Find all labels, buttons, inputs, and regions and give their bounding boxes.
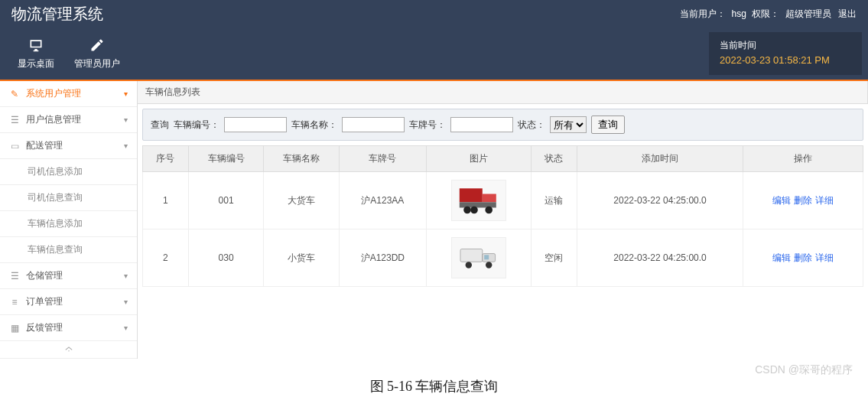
chevron-down-icon: ▾ — [124, 89, 128, 98]
panel-title: 车辆信息列表 — [138, 81, 868, 104]
th-actions: 操作 — [743, 146, 863, 172]
edit-link[interactable]: 编辑 — [772, 195, 791, 206]
svg-point-6 — [485, 206, 493, 213]
time-panel: 当前时间 2022-03-23 01:58:21 PM — [709, 32, 862, 75]
figure-caption: 图 5-16 车辆信息查询 — [0, 359, 868, 397]
th-image: 图片 — [426, 146, 531, 172]
show-desktop-button[interactable]: 显示桌面 — [6, 33, 66, 74]
sidebar-item-warehouse[interactable]: ☰仓储管理 ▾ — [0, 263, 137, 289]
content-area: 车辆信息列表 查询 车辆编号： 车辆名称： 车牌号： 状态： 所有 查询 序号 … — [138, 81, 868, 359]
chevron-down-icon: ▾ — [124, 272, 128, 280]
list-icon: ≡ — [9, 297, 20, 308]
th-name: 车辆名称 — [264, 146, 340, 172]
svg-point-10 — [465, 262, 471, 268]
current-user-value: hsg — [732, 8, 746, 19]
sidebar-sub-driver-add[interactable]: 司机信息添加 — [0, 159, 137, 185]
status-label: 状态： — [518, 119, 545, 132]
vehicle-table: 序号 车辆编号 车辆名称 车牌号 图片 状态 添加时间 操作 1001大货车沪A… — [142, 145, 863, 287]
sidebar-item-system-user[interactable]: ✎系统用户管理 ▾ — [0, 81, 137, 107]
plate-label: 车牌号： — [409, 119, 446, 132]
cell-actions: 编辑删除详细 — [743, 172, 863, 229]
app-title: 物流管理系统 — [11, 4, 103, 24]
watermark: CSDN @琛哥的程序 — [755, 363, 853, 377]
cell-code: 030 — [188, 229, 264, 287]
header-user-area: 当前用户： hsg 权限： 超级管理员 退出 — [677, 8, 857, 21]
svg-rect-1 — [460, 188, 483, 202]
svg-rect-7 — [460, 249, 483, 262]
detail-link[interactable]: 详细 — [815, 195, 834, 206]
plate-input[interactable] — [450, 117, 513, 132]
cell-time: 2022-03-22 04:25:00.0 — [577, 229, 743, 287]
truck-image — [451, 180, 506, 221]
role-value: 超级管理员 — [785, 8, 831, 19]
admin-user-button[interactable]: 管理员用户 — [67, 33, 127, 74]
th-plate: 车牌号 — [339, 146, 426, 172]
code-input[interactable] — [224, 117, 287, 132]
sidebar-sub-driver-query[interactable]: 司机信息查询 — [0, 185, 137, 211]
search-prefix: 查询 — [151, 119, 169, 132]
sidebar-item-user-info[interactable]: ☰用户信息管理 ▾ — [0, 107, 137, 133]
name-label: 车辆名称： — [291, 119, 337, 132]
edit-link[interactable]: 编辑 — [772, 252, 791, 263]
cell-actions: 编辑删除详细 — [743, 229, 863, 287]
chevron-down-icon: ▾ — [124, 298, 128, 306]
cell-image — [426, 172, 531, 229]
bars-icon: ☰ — [9, 271, 20, 281]
th-code: 车辆编号 — [188, 146, 264, 172]
status-select[interactable]: 所有 — [550, 116, 587, 133]
current-user-label: 当前用户： — [680, 8, 726, 19]
cell-image — [426, 229, 531, 287]
chevron-down-icon: ▾ — [124, 142, 128, 150]
pencil-icon — [89, 37, 105, 53]
collapse-up-icon — [63, 345, 74, 353]
th-idx: 序号 — [143, 146, 189, 172]
delete-link[interactable]: 删除 — [794, 195, 812, 206]
cell-name: 小货车 — [264, 229, 340, 287]
sidebar: ✎系统用户管理 ▾ ☰用户信息管理 ▾ ▭配送管理 ▾ 司机信息添加 司机信息查… — [0, 81, 138, 359]
cell-code: 001 — [188, 172, 264, 229]
monitor-icon — [28, 37, 44, 53]
cell-idx: 2 — [143, 229, 189, 287]
code-label: 车辆编号： — [174, 119, 219, 132]
cell-status: 空闲 — [532, 229, 577, 287]
svg-rect-9 — [484, 255, 489, 259]
header-bar: 物流管理系统 当前用户： hsg 权限： 超级管理员 退出 — [0, 0, 868, 28]
search-bar: 查询 车辆编号： 车辆名称： 车牌号： 状态： 所有 查询 — [142, 109, 863, 141]
bars-icon: ☰ — [9, 115, 20, 125]
sidebar-sub-vehicle-query[interactable]: 车辆信息查询 — [0, 237, 137, 263]
time-value: 2022-03-23 01:58:21 PM — [720, 53, 851, 69]
sidebar-item-feedback[interactable]: ▦反馈管理 ▾ — [0, 315, 137, 341]
th-status: 状态 — [532, 146, 577, 172]
sidebar-collapse-button[interactable] — [0, 341, 137, 359]
grid-icon: ▦ — [9, 323, 20, 334]
window-icon: ▭ — [9, 141, 20, 151]
th-time: 添加时间 — [577, 146, 743, 172]
toolbar: 显示桌面 管理员用户 当前时间 2022-03-23 01:58:21 PM — [0, 28, 868, 81]
cell-plate: 沪A123DD — [339, 229, 426, 287]
truck-image — [451, 237, 506, 278]
cell-time: 2022-03-22 04:25:00.0 — [577, 172, 743, 229]
delete-link[interactable]: 删除 — [794, 252, 812, 263]
pencil-icon: ✎ — [9, 89, 20, 99]
logout-link[interactable]: 退出 — [838, 8, 857, 19]
name-input[interactable] — [342, 117, 405, 132]
chevron-down-icon: ▾ — [124, 324, 128, 332]
cell-idx: 1 — [143, 172, 189, 229]
svg-point-5 — [470, 206, 478, 213]
sidebar-sub-vehicle-add[interactable]: 车辆信息添加 — [0, 211, 137, 237]
svg-point-4 — [463, 206, 471, 213]
cell-status: 运输 — [532, 172, 577, 229]
search-button[interactable]: 查询 — [591, 116, 625, 134]
cell-name: 大货车 — [264, 172, 340, 229]
detail-link[interactable]: 详细 — [815, 252, 834, 263]
table-header-row: 序号 车辆编号 车辆名称 车牌号 图片 状态 添加时间 操作 — [143, 146, 863, 172]
table-row: 1001大货车沪A123AA运输2022-03-22 04:25:00.0编辑删… — [143, 172, 863, 229]
role-label: 权限： — [752, 8, 779, 19]
time-label: 当前时间 — [720, 38, 851, 53]
svg-point-0 — [68, 350, 69, 351]
sidebar-item-order[interactable]: ≡订单管理 ▾ — [0, 289, 137, 315]
chevron-down-icon: ▾ — [124, 116, 128, 124]
table-row: 2030小货车沪A123DD空闲2022-03-22 04:25:00.0编辑删… — [143, 229, 863, 287]
svg-rect-2 — [483, 194, 496, 202]
sidebar-item-delivery[interactable]: ▭配送管理 ▾ — [0, 133, 137, 159]
